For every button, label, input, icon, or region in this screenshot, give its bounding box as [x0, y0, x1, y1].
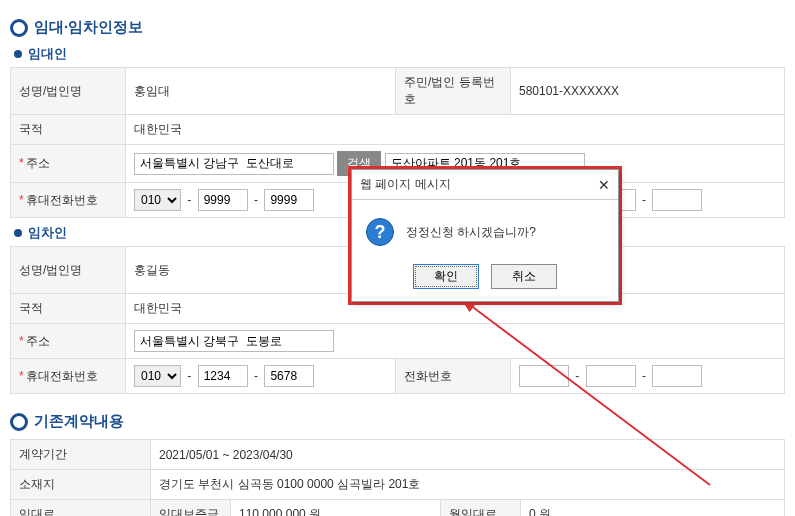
lessor-subtitle: 임대인 [14, 45, 785, 63]
lessee-phone-p3[interactable] [652, 365, 702, 387]
label-mobile: 휴대전화번호 [11, 183, 126, 218]
lessor-addr1-input[interactable] [134, 153, 334, 175]
lessor-mobile-p1[interactable]: 010 [134, 189, 181, 211]
lessee-mobile-p3[interactable] [264, 365, 314, 387]
lessee-phone-p2[interactable] [586, 365, 636, 387]
label-rent: 임대료 [11, 500, 151, 517]
dialog-title: 웹 페이지 메시지 [360, 176, 451, 193]
lessor-mobile-p2[interactable] [198, 189, 248, 211]
contract-period: 2021/05/01 ~ 2023/04/30 [151, 440, 785, 470]
section-lessor-lessee-title: 임대·임차인정보 [10, 18, 785, 37]
contract-monthly: 0 원 [521, 500, 785, 517]
label-mobile: 휴대전화번호 [11, 359, 126, 394]
label-address: 주소 [11, 324, 126, 359]
close-icon[interactable]: ✕ [598, 177, 610, 193]
label-regno: 주민/법인 등록번호 [396, 68, 511, 115]
lessor-mobile-p3[interactable] [264, 189, 314, 211]
dialog-cancel-button[interactable]: 취소 [491, 264, 557, 289]
label-deposit: 임대보증금 [151, 500, 231, 517]
label-period: 계약기간 [11, 440, 151, 470]
contract-location: 경기도 부천시 심곡동 0100 0000 심곡빌라 201호 [151, 470, 785, 500]
contract-deposit: 110,000,000 원 [231, 500, 441, 517]
lessee-phone-p1[interactable] [519, 365, 569, 387]
lessee-mobile-p2[interactable] [198, 365, 248, 387]
label-nationality: 국적 [11, 294, 126, 324]
lessor-nationality: 대한민국 [126, 115, 785, 145]
lessor-name: 홍임대 [126, 68, 396, 115]
question-icon: ? [366, 218, 394, 246]
contract-table: 계약기간 2021/05/01 ~ 2023/04/30 소재지 경기도 부천시… [10, 439, 785, 516]
label-monthly: 월임대료 [441, 500, 521, 517]
label-phone: 전화번호 [396, 359, 511, 394]
section-contract-title: 기존계약내용 [10, 412, 785, 431]
dialog-ok-button[interactable]: 확인 [413, 264, 479, 289]
dialog-message: 정정신청 하시겠습니까? [406, 224, 536, 241]
lessee-addr1-input[interactable] [134, 330, 334, 352]
lessor-phone-p3[interactable] [652, 189, 702, 211]
label-name: 성명/법인명 [11, 247, 126, 294]
lessee-mobile-p1[interactable]: 010 [134, 365, 181, 387]
confirm-dialog: 웹 페이지 메시지 ✕ ? 정정신청 하시겠습니까? 확인 취소 [348, 166, 622, 305]
lessor-regno: 580101-XXXXXXX [511, 68, 785, 115]
label-location: 소재지 [11, 470, 151, 500]
label-name: 성명/법인명 [11, 68, 126, 115]
label-address: 주소 [11, 145, 126, 183]
label-nationality: 국적 [11, 115, 126, 145]
